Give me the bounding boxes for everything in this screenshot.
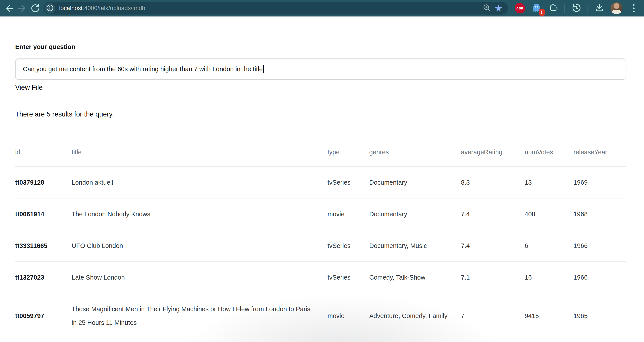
table-body: tt0379128London aktuelltvSeriesDocumenta… bbox=[15, 166, 626, 338]
zoom-button[interactable] bbox=[481, 3, 493, 14]
kebab-menu-icon bbox=[633, 4, 634, 12]
cell-genres: Comedy, Talk-Show bbox=[369, 262, 461, 293]
cell-releaseYear: 1966 bbox=[574, 262, 626, 293]
column-header-type: type bbox=[328, 138, 369, 166]
url-path: :4000/talk/uploads/imdb bbox=[83, 5, 145, 12]
cell-genres: Documentary bbox=[369, 198, 461, 230]
url-bar[interactable]: localhost:4000/talk/uploads/imdb ★ bbox=[44, 2, 508, 14]
cell-averageRating: 7.1 bbox=[461, 262, 525, 293]
abp-icon: ABP bbox=[515, 3, 525, 14]
back-arrow-icon bbox=[4, 3, 14, 14]
table-row: tt0059797Those Magnificent Men in Their … bbox=[15, 293, 626, 338]
profile-avatar[interactable] bbox=[610, 2, 622, 14]
bookmark-star-icon: ★ bbox=[494, 4, 503, 13]
cell-genres: Adventure, Comedy, Family bbox=[369, 293, 461, 338]
reload-button[interactable] bbox=[28, 2, 41, 15]
column-header-title: title bbox=[72, 138, 328, 166]
cell-type: tvSeries bbox=[328, 262, 369, 293]
cell-averageRating: 7.4 bbox=[461, 198, 525, 230]
question-input[interactable]: Can you get me content from the 60s with… bbox=[15, 58, 626, 80]
cell-id: tt0059797 bbox=[15, 293, 72, 338]
zoom-magnifier-icon bbox=[482, 3, 492, 14]
results-table: idtitletypegenresaverageRatingnumVotesre… bbox=[15, 138, 626, 338]
ghostery-extension-button[interactable]: ! bbox=[531, 3, 542, 14]
cell-averageRating: 8.3 bbox=[461, 166, 525, 198]
cell-numVotes: 16 bbox=[525, 262, 574, 293]
page-content: Enter your question Can you get me conte… bbox=[0, 43, 644, 338]
cell-releaseYear: 1969 bbox=[574, 166, 626, 198]
history-clock-icon bbox=[571, 3, 581, 14]
cell-numVotes: 13 bbox=[525, 166, 574, 198]
adblock-plus-extension-button[interactable]: ABP bbox=[514, 3, 525, 14]
table-header-row: idtitletypegenresaverageRatingnumVotesre… bbox=[15, 138, 626, 166]
cell-id: tt0061914 bbox=[15, 198, 72, 230]
cell-type: movie bbox=[328, 293, 369, 338]
cell-releaseYear: 1968 bbox=[574, 198, 626, 230]
site-info-button[interactable] bbox=[44, 3, 55, 14]
table-row: tt0379128London aktuelltvSeriesDocumenta… bbox=[15, 166, 626, 198]
cell-title: UFO Club London bbox=[72, 230, 328, 262]
cell-releaseYear: 1966 bbox=[574, 230, 626, 262]
ghostery-alert-badge: ! bbox=[539, 9, 545, 16]
browser-toolbar: localhost:4000/talk/uploads/imdb ★ ABP bbox=[0, 0, 644, 16]
ghostery-badge-label: ! bbox=[541, 10, 542, 15]
column-header-id: id bbox=[15, 138, 72, 166]
results-summary: There are 5 results for the query. bbox=[15, 110, 626, 118]
back-button[interactable] bbox=[3, 2, 16, 15]
toolbar-divider bbox=[564, 4, 565, 13]
downloads-button[interactable] bbox=[594, 3, 605, 14]
cell-type: movie bbox=[328, 198, 369, 230]
forward-arrow-icon bbox=[17, 3, 27, 14]
toolbar-divider bbox=[588, 4, 588, 13]
cell-id: tt33311665 bbox=[15, 230, 72, 262]
cell-numVotes: 408 bbox=[525, 198, 574, 230]
abp-label: ABP bbox=[516, 6, 523, 10]
url-host: localhost bbox=[59, 5, 83, 12]
cell-id: tt1327023 bbox=[15, 262, 72, 293]
history-button[interactable] bbox=[571, 3, 582, 14]
cell-type: tvSeries bbox=[328, 230, 369, 262]
text-caret bbox=[263, 65, 264, 74]
table-header: idtitletypegenresaverageRatingnumVotesre… bbox=[15, 138, 626, 166]
download-icon bbox=[594, 3, 604, 14]
question-input-value: Can you get me content from the 60s with… bbox=[23, 66, 263, 73]
cell-averageRating: 7 bbox=[461, 293, 525, 338]
cell-title: The London Nobody Knows bbox=[72, 198, 328, 230]
cell-numVotes: 9415 bbox=[525, 293, 574, 338]
url-text: localhost:4000/talk/uploads/imdb bbox=[59, 5, 145, 12]
info-icon bbox=[46, 4, 54, 13]
column-header-releaseYear: releaseYear bbox=[574, 138, 626, 166]
table-row: tt0061914The London Nobody KnowsmovieDoc… bbox=[15, 198, 626, 230]
bookmark-button[interactable]: ★ bbox=[493, 3, 504, 14]
table-row: tt1327023Late Show LondontvSeriesComedy,… bbox=[15, 262, 626, 293]
cell-numVotes: 6 bbox=[525, 230, 574, 262]
view-file-link[interactable]: View File bbox=[15, 84, 43, 92]
cell-title: London aktuell bbox=[72, 166, 328, 198]
browser-menu-button[interactable] bbox=[628, 3, 639, 14]
column-header-numVotes: numVotes bbox=[525, 138, 574, 166]
cell-genres: Documentary bbox=[369, 166, 461, 198]
forward-button[interactable] bbox=[16, 2, 28, 15]
question-label: Enter your question bbox=[15, 43, 626, 50]
reload-icon bbox=[30, 4, 40, 13]
cell-releaseYear: 1965 bbox=[574, 293, 626, 338]
cell-title: Those Magnificent Men in Their Flying Ma… bbox=[72, 293, 328, 338]
cell-id: tt0379128 bbox=[15, 166, 72, 198]
table-row: tt33311665UFO Club LondontvSeriesDocumen… bbox=[15, 230, 626, 262]
extensions-cluster: ABP ! bbox=[514, 2, 639, 14]
cell-title: Late Show London bbox=[72, 262, 328, 293]
column-header-genres: genres bbox=[369, 138, 461, 166]
extensions-menu-button[interactable] bbox=[548, 3, 559, 14]
cell-genres: Documentary, Music bbox=[369, 230, 461, 262]
column-header-averageRating: averageRating bbox=[461, 138, 525, 166]
cell-averageRating: 7.4 bbox=[461, 230, 525, 262]
cell-type: tvSeries bbox=[328, 166, 369, 198]
puzzle-piece-icon bbox=[548, 3, 558, 14]
